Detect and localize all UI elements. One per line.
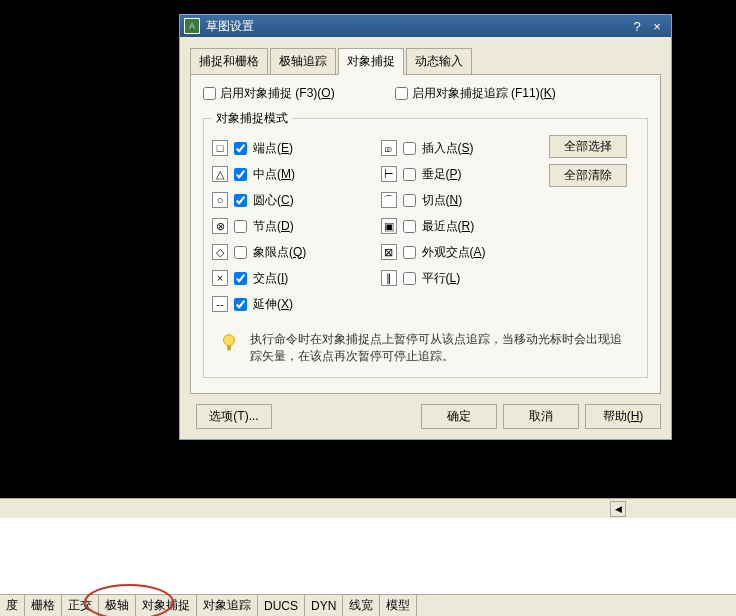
osnap-symbol-icon: ∥ xyxy=(381,270,397,286)
cancel-button[interactable]: 取消 xyxy=(503,404,579,429)
osnap-modes-group: 对象捕捉模式 □端点(E)△中点(M)○圆心(C)⊗节点(D)◇象限点(Q)×交… xyxy=(203,110,648,378)
osnap-symbol-icon: ⊢ xyxy=(381,166,397,182)
osnap-label: 端点(E) xyxy=(253,140,293,157)
osnap-label: 交点(I) xyxy=(253,270,288,287)
osnap-left-0: □端点(E) xyxy=(212,135,381,161)
status-模型[interactable]: 模型 xyxy=(380,595,417,616)
osnap-symbol-icon: × xyxy=(212,270,228,286)
osnap-symbol-icon: △ xyxy=(212,166,228,182)
osnap-label: 外观交点(A) xyxy=(422,244,486,261)
status-DYN[interactable]: DYN xyxy=(305,595,343,616)
osnap-checkbox[interactable] xyxy=(403,246,416,259)
options-button[interactable]: 选项(T)... xyxy=(196,404,272,429)
osnap-label: 平行(L) xyxy=(422,270,461,287)
osnap-checkbox[interactable] xyxy=(234,194,247,207)
status-对象追踪[interactable]: 对象追踪 xyxy=(197,595,258,616)
osnap-checkbox[interactable] xyxy=(234,168,247,181)
enable-osnap-checkbox[interactable] xyxy=(203,87,216,100)
status-对象捕捉[interactable]: 对象捕捉 xyxy=(136,595,197,616)
status-度[interactable]: 度 xyxy=(0,595,25,616)
osnap-checkbox[interactable] xyxy=(234,298,247,311)
dialog-buttons: 选项(T)... 确定 取消 帮助(H) xyxy=(190,404,661,429)
tab-osnap[interactable]: 对象捕捉 xyxy=(338,48,404,75)
osnap-label: 插入点(S) xyxy=(422,140,474,157)
drafting-settings-dialog: A 草图设置 ? × 捕捉和栅格 极轴追踪 对象捕捉 动态输入 启用对象捕捉 (… xyxy=(179,14,672,440)
osnap-label: 切点(N) xyxy=(422,192,463,209)
tab-panel: 启用对象捕捉 (F3)(O) 启用对象捕捉追踪 (F11)(K) 对象捕捉模式 … xyxy=(190,74,661,394)
osnap-checkbox[interactable] xyxy=(234,272,247,285)
osnap-label: 垂足(P) xyxy=(422,166,462,183)
osnap-label: 中点(M) xyxy=(253,166,295,183)
status-线宽[interactable]: 线宽 xyxy=(343,595,380,616)
lightbulb-icon xyxy=(218,331,240,353)
osnap-checkbox[interactable] xyxy=(403,194,416,207)
svg-point-0 xyxy=(224,335,235,346)
osnap-symbol-icon: ⌒ xyxy=(381,192,397,208)
osnap-right-1: ⊢垂足(P) xyxy=(381,161,550,187)
status-DUCS[interactable]: DUCS xyxy=(258,595,305,616)
help-button[interactable]: ? xyxy=(627,19,647,34)
osnap-label: 节点(D) xyxy=(253,218,294,235)
tab-polar[interactable]: 极轴追踪 xyxy=(270,48,336,75)
enable-osnap[interactable]: 启用对象捕捉 (F3)(O) xyxy=(203,85,335,102)
enable-otrack-checkbox[interactable] xyxy=(395,87,408,100)
osnap-checkbox[interactable] xyxy=(234,246,247,259)
osnap-right-0: ⎄插入点(S) xyxy=(381,135,550,161)
osnap-left-2: ○圆心(C) xyxy=(212,187,381,213)
group-legend: 对象捕捉模式 xyxy=(212,110,292,127)
scroll-left-button[interactable]: ◀ xyxy=(610,501,626,517)
osnap-checkbox[interactable] xyxy=(403,168,416,181)
help-dlg-button[interactable]: 帮助(H) xyxy=(585,404,661,429)
osnap-left-1: △中点(M) xyxy=(212,161,381,187)
osnap-left-4: ◇象限点(Q) xyxy=(212,239,381,265)
osnap-checkbox[interactable] xyxy=(403,220,416,233)
osnap-label: 延伸(X) xyxy=(253,296,293,313)
enable-otrack[interactable]: 启用对象捕捉追踪 (F11)(K) xyxy=(395,85,556,102)
hscroll-area: ◀ xyxy=(0,498,736,518)
titlebar: A 草图设置 ? × xyxy=(180,15,671,37)
osnap-left-3: ⊗节点(D) xyxy=(212,213,381,239)
osnap-symbol-icon: ⊠ xyxy=(381,244,397,260)
osnap-symbol-icon: ⊗ xyxy=(212,218,228,234)
tip-text: 执行命令时在对象捕捉点上暂停可从该点追踪，当移动光标时会出现追踪矢量，在该点再次… xyxy=(250,331,633,365)
select-all-button[interactable]: 全部选择 xyxy=(549,135,627,158)
svg-rect-1 xyxy=(227,346,231,351)
osnap-symbol-icon: -- xyxy=(212,296,228,312)
tip-row: 执行命令时在对象捕捉点上暂停可从该点追踪，当移动光标时会出现追踪矢量，在该点再次… xyxy=(212,331,639,365)
osnap-checkbox[interactable] xyxy=(234,142,247,155)
osnap-checkbox[interactable] xyxy=(234,220,247,233)
osnap-right-3: ▣最近点(R) xyxy=(381,213,550,239)
status-bar: 度栅格正交极轴对象捕捉对象追踪DUCSDYN线宽模型 xyxy=(0,594,736,616)
osnap-symbol-icon: ○ xyxy=(212,192,228,208)
osnap-symbol-icon: ▣ xyxy=(381,218,397,234)
osnap-left-6: --延伸(X) xyxy=(212,291,381,317)
osnap-left-5: ×交点(I) xyxy=(212,265,381,291)
osnap-symbol-icon: ◇ xyxy=(212,244,228,260)
ok-button[interactable]: 确定 xyxy=(421,404,497,429)
status-极轴[interactable]: 极轴 xyxy=(99,595,136,616)
osnap-label: 圆心(C) xyxy=(253,192,294,209)
tab-strip: 捕捉和栅格 极轴追踪 对象捕捉 动态输入 xyxy=(190,47,661,74)
clear-all-button[interactable]: 全部清除 xyxy=(549,164,627,187)
status-栅格[interactable]: 栅格 xyxy=(25,595,62,616)
osnap-label: 象限点(Q) xyxy=(253,244,306,261)
tab-dynamic[interactable]: 动态输入 xyxy=(406,48,472,75)
osnap-right-5: ∥平行(L) xyxy=(381,265,550,291)
app-icon: A xyxy=(184,18,200,34)
dialog-title: 草图设置 xyxy=(206,18,627,35)
osnap-symbol-icon: □ xyxy=(212,140,228,156)
osnap-right-4: ⊠外观交点(A) xyxy=(381,239,550,265)
tab-snap-grid[interactable]: 捕捉和栅格 xyxy=(190,48,268,75)
status-正交[interactable]: 正交 xyxy=(62,595,99,616)
close-button[interactable]: × xyxy=(647,19,667,34)
osnap-right-2: ⌒切点(N) xyxy=(381,187,550,213)
osnap-checkbox[interactable] xyxy=(403,272,416,285)
osnap-symbol-icon: ⎄ xyxy=(381,140,397,156)
osnap-label: 最近点(R) xyxy=(422,218,475,235)
osnap-checkbox[interactable] xyxy=(403,142,416,155)
